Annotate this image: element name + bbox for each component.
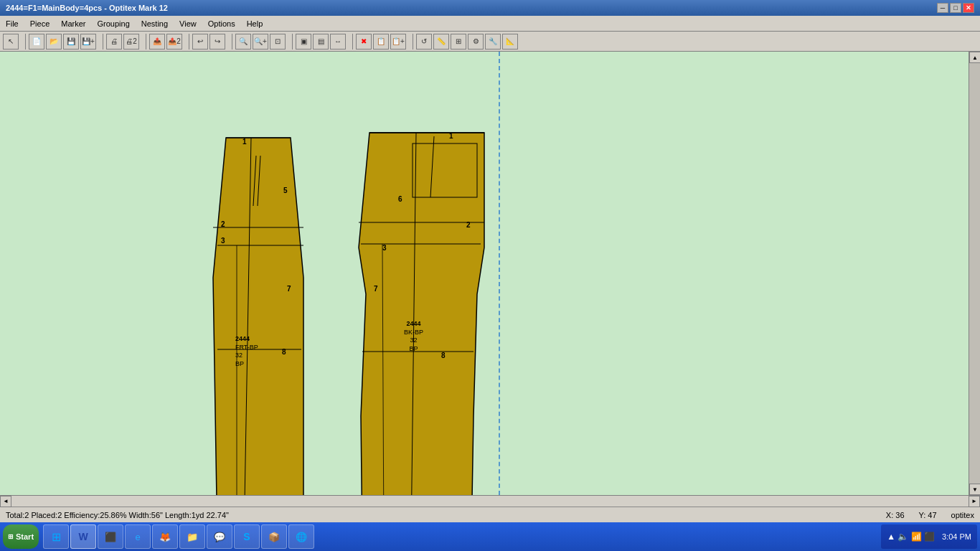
toolbar: ↖ 📄 📂 💾 💾+ 🖨 🖨2 📤 📤2 ↩ ↪ 🔍 🔍+ ⊡ ▣ ▤ ↔ ✖ … (0, 32, 980, 52)
sep8 (409, 34, 413, 50)
scroll-up-arrow[interactable]: ▲ (969, 52, 980, 63)
system-tray: ▲ 🔈 📶 ⬛ 3:04 PM (881, 524, 977, 549)
taskbar-icon-ie[interactable]: e (125, 524, 151, 549)
taskbar-icon-windows[interactable]: ⊞ (43, 524, 69, 549)
taskbar-icon-package[interactable]: 📦 (261, 524, 287, 549)
menu-marker[interactable]: Marker (55, 18, 91, 29)
tool-redo[interactable]: ↪ (209, 34, 225, 50)
start-button[interactable]: ⊞ Start (3, 524, 39, 549)
status-info: Total:2 Placed:2 Efficiency:25.86% Width… (6, 511, 229, 519)
tool-paste[interactable]: 📋+ (390, 34, 406, 50)
titlebar-controls: ─ □ ✕ (937, 3, 974, 13)
back-text: 2444 BK-BP 32 BP (404, 320, 423, 354)
tool-new[interactable]: 📄 (29, 34, 44, 50)
clock-time: 3:04 PM (942, 532, 971, 541)
maximize-button[interactable]: □ (950, 3, 961, 13)
back-label-3: 3 (382, 244, 387, 252)
sep4 (185, 34, 189, 50)
minimize-button[interactable]: ─ (937, 3, 948, 13)
taskbar-icon-chat[interactable]: 💬 (207, 524, 232, 549)
front-label-2: 2 (221, 220, 225, 228)
title-text: 2444=F1=MainBody=4pcs - Optitex Mark 12 (6, 4, 168, 12)
back-panel-svg (355, 129, 488, 495)
tool-export[interactable]: 📤 (149, 34, 165, 50)
taskbar-icon-folder[interactable]: 📁 (179, 524, 205, 549)
close-button[interactable]: ✕ (963, 3, 974, 13)
taskbar-icon-firefox[interactable]: 🦊 (152, 524, 178, 549)
tool-b3[interactable]: ↔ (330, 34, 346, 50)
menu-file[interactable]: File (0, 18, 24, 29)
tool-grid[interactable]: ⊞ (451, 34, 466, 50)
front-label-5: 5 (283, 187, 288, 194)
back-label-7: 7 (374, 285, 378, 293)
tool-print[interactable]: 🖨 (106, 34, 122, 50)
front-label-1: 1 (242, 138, 247, 146)
tool-measure[interactable]: 📏 (433, 34, 449, 50)
brand-label: optitex (951, 511, 974, 519)
svg-marker-10 (359, 133, 484, 495)
tool-b1[interactable]: ▣ (296, 34, 311, 50)
canvas-area[interactable]: 1 2 3 4 5 7 8 2444 FRT-BP 32 BP 1 2 3 4 … (0, 52, 980, 495)
menu-help[interactable]: Help (241, 18, 269, 29)
taskbar-icon-word[interactable]: W (70, 524, 96, 549)
taskbar-icon-skype[interactable]: S (234, 524, 260, 549)
tool-extra[interactable]: 🔧 (485, 34, 501, 50)
tool-search2[interactable]: 🔍+ (253, 34, 268, 50)
scrollbar-bottom[interactable]: ◄ ► (0, 495, 980, 507)
back-label-6: 6 (398, 195, 402, 203)
tool-open[interactable]: 📂 (46, 34, 62, 50)
sep1 (22, 34, 26, 50)
titlebar: 2444=F1=MainBody=4pcs - Optitex Mark 12 … (0, 0, 980, 16)
taskbar-icon-explorer[interactable]: ⬛ (98, 524, 123, 549)
statusbar: Total:2 Placed:2 Efficiency:25.86% Width… (0, 507, 980, 522)
front-panel-svg (204, 134, 312, 495)
back-label-1: 1 (449, 132, 453, 140)
tool-settings[interactable]: ⚙ (468, 34, 484, 50)
tool-extra2[interactable]: 📐 (502, 34, 518, 50)
fold-line (499, 52, 500, 495)
menu-piece[interactable]: Piece (24, 18, 56, 29)
tool-select[interactable]: ↖ (3, 34, 19, 50)
coord-x: X: 36 (886, 511, 905, 519)
tool-save[interactable]: 💾 (63, 34, 79, 50)
tool-search[interactable]: 🔍 (235, 34, 251, 50)
sep3 (142, 34, 146, 50)
tool-export2[interactable]: 📤2 (166, 34, 182, 50)
tool-delete[interactable]: ✖ (356, 34, 372, 50)
front-label-8: 8 (282, 348, 286, 356)
menu-options[interactable]: Options (202, 18, 241, 29)
scroll-left-arrow[interactable]: ◄ (0, 496, 11, 507)
front-label-7: 7 (287, 285, 291, 293)
menu-view[interactable]: View (174, 18, 202, 29)
tool-b2[interactable]: ▤ (313, 34, 329, 50)
tool-copy[interactable]: 📋 (373, 34, 389, 50)
menubar: File Piece Marker Grouping Nesting View … (0, 16, 980, 32)
sep5 (228, 34, 232, 50)
tool-rotate[interactable]: ↺ (416, 34, 432, 50)
scroll-right-arrow[interactable]: ► (969, 496, 980, 507)
sep7 (349, 34, 353, 50)
tool-undo[interactable]: ↩ (192, 34, 208, 50)
scroll-track (969, 63, 980, 484)
menu-grouping[interactable]: Grouping (92, 18, 136, 29)
tool-print2[interactable]: 🖨2 (123, 34, 139, 50)
taskbar: ⊞ Start ⊞ W ⬛ e 🦊 📁 💬 S 📦 🌐 ▲ 🔈 📶 ⬛ 3:04… (0, 522, 980, 551)
front-label-3: 3 (221, 237, 225, 245)
back-label-2: 2 (466, 221, 471, 229)
scrollbar-right[interactable]: ▲ ▼ (969, 52, 980, 495)
back-label-8: 8 (441, 352, 446, 359)
statusbar-right: X: 36 Y: 47 optitex (886, 511, 974, 519)
tray-icons: ▲ 🔈 📶 ⬛ (887, 532, 935, 542)
sep6 (288, 34, 293, 50)
sep2 (99, 34, 103, 50)
scroll-down-arrow[interactable]: ▼ (969, 484, 980, 495)
front-text: 2444 FRT-BP 32 BP (235, 335, 258, 369)
taskbar-icon-chrome[interactable]: 🌐 (288, 524, 314, 549)
coord-y: Y: 47 (919, 511, 937, 519)
tool-save-as[interactable]: 💾+ (80, 34, 96, 50)
menu-nesting[interactable]: Nesting (136, 18, 174, 29)
tool-zoom-fit[interactable]: ⊡ (270, 34, 286, 50)
